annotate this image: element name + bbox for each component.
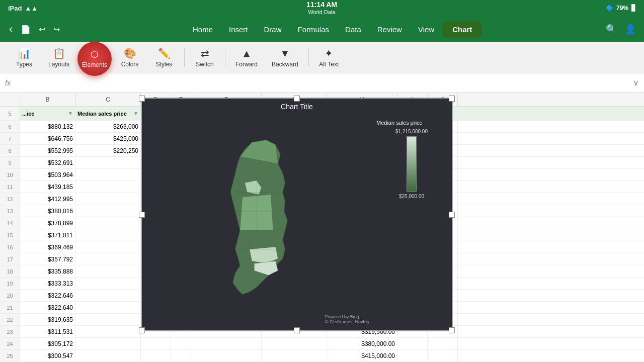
types-button[interactable]: 📊 Types <box>8 44 40 71</box>
cell-b19[interactable]: $333,313 <box>20 278 75 289</box>
search-button[interactable]: 🔍 <box>604 22 619 37</box>
cell-b11[interactable]: $439,185 <box>20 181 75 193</box>
cell-b7[interactable]: $646,756 <box>20 133 75 144</box>
tab-review[interactable]: Review <box>369 21 410 38</box>
formula-expand-button[interactable]: ∨ <box>633 78 639 87</box>
cell-c12[interactable] <box>75 193 141 205</box>
col-header-c: C <box>75 93 141 106</box>
row-num-18: 18 <box>0 265 20 277</box>
alt-text-button[interactable]: ✦ Alt Text <box>313 44 345 71</box>
cell-c9[interactable] <box>75 157 141 168</box>
cell-i25[interactable] <box>397 350 428 361</box>
cell-b5[interactable]: ...ice ▼ <box>20 107 75 120</box>
styles-button[interactable]: ✏️ Styles <box>148 44 180 71</box>
cell-b21[interactable]: $322,640 <box>20 302 75 313</box>
chart-handle-br[interactable] <box>449 327 455 333</box>
cell-g25[interactable] <box>262 350 327 361</box>
chart-handle-tr[interactable] <box>449 96 455 102</box>
cell-i24[interactable] <box>397 338 428 349</box>
alt-text-label: Alt Text <box>319 61 339 68</box>
chart-handle-bc[interactable] <box>294 327 300 333</box>
cell-c22[interactable] <box>75 314 141 325</box>
cell-c19[interactable] <box>75 278 141 289</box>
forward-button[interactable]: ▲ Forward <box>229 45 264 71</box>
colors-button[interactable]: 🎨 Colors <box>114 44 146 71</box>
chart-handle-tc[interactable] <box>294 96 300 102</box>
tab-view[interactable]: View <box>410 21 442 38</box>
undo-button[interactable]: ↩ <box>36 23 48 36</box>
cell-j25[interactable] <box>428 350 458 361</box>
cell-b6[interactable]: $880,132 <box>20 121 75 132</box>
cell-d24[interactable] <box>141 338 171 349</box>
tab-insert[interactable]: Insert <box>221 21 256 38</box>
cell-b20[interactable]: $322,646 <box>20 290 75 301</box>
redo-button[interactable]: ↪ <box>50 23 63 36</box>
cell-b13[interactable]: $380,016 <box>20 205 75 217</box>
cell-h24[interactable]: $380,000.00 <box>327 338 397 349</box>
cell-d25[interactable] <box>141 350 171 361</box>
tab-data[interactable]: Data <box>337 21 369 38</box>
cell-c5[interactable]: Median sales price ▼ <box>75 107 141 120</box>
file-button[interactable]: 📄 <box>18 23 34 36</box>
cell-c24[interactable] <box>75 338 141 349</box>
cell-c23[interactable] <box>75 326 141 337</box>
forward-label: Forward <box>235 61 258 68</box>
back-button[interactable]: ‹ <box>6 21 16 38</box>
cell-b12[interactable]: $412,995 <box>20 193 75 205</box>
cell-c15[interactable] <box>75 229 141 241</box>
cell-c8[interactable]: $220,250 <box>75 145 141 156</box>
cell-c14[interactable] <box>75 217 141 229</box>
cell-b24[interactable]: $305,172 <box>20 338 75 349</box>
cell-c20[interactable] <box>75 290 141 301</box>
cell-c18[interactable] <box>75 265 141 277</box>
cell-b15[interactable]: $371,011 <box>20 229 75 241</box>
cell-e24[interactable] <box>171 338 191 349</box>
tab-formulas[interactable]: Formulas <box>290 21 338 38</box>
chart-handle-tl[interactable] <box>139 96 145 102</box>
cell-c21[interactable] <box>75 302 141 313</box>
chart-overlay[interactable]: Chart Title <box>141 98 453 331</box>
cell-g24[interactable] <box>262 338 327 349</box>
cell-b10[interactable]: $503,964 <box>20 169 75 180</box>
cell-c16[interactable] <box>75 241 141 253</box>
tab-home[interactable]: Home <box>185 21 221 38</box>
cell-e25[interactable] <box>171 350 191 361</box>
account-button[interactable]: 👤 <box>623 22 638 37</box>
cell-b22[interactable]: $319,635 <box>20 314 75 325</box>
cell-b18[interactable]: $335,888 <box>20 265 75 277</box>
cell-c10[interactable] <box>75 169 141 180</box>
map-area: Powered by Bing © GeoNames, Navteq <box>142 115 371 326</box>
cell-f24[interactable] <box>191 338 262 349</box>
switch-button[interactable]: ⇄ Switch <box>189 44 221 71</box>
cell-b8[interactable]: $552,995 <box>20 145 75 156</box>
layouts-button[interactable]: 📋 Layouts <box>42 44 75 71</box>
cell-f25[interactable] <box>191 350 262 361</box>
tab-draw[interactable]: Draw <box>256 21 290 38</box>
device-name: iPad <box>8 5 22 12</box>
cell-b23[interactable]: $311,531 <box>20 326 75 337</box>
cell-c7[interactable]: $425,000 <box>75 133 141 144</box>
cell-b16[interactable]: $369,469 <box>20 241 75 253</box>
nav-buttons: ‹ 📄 ↩ ↪ <box>6 21 63 38</box>
cell-c25[interactable] <box>75 350 141 361</box>
row-num-11: 11 <box>0 181 20 193</box>
cell-c11[interactable] <box>75 181 141 193</box>
cell-c13[interactable] <box>75 205 141 217</box>
cell-c6[interactable]: $263,000 <box>75 121 141 132</box>
backward-button[interactable]: ▼ Backward <box>266 45 304 71</box>
cell-b17[interactable]: $357,792 <box>20 253 75 265</box>
cell-j24[interactable] <box>428 338 458 349</box>
row-num-24: 24 <box>0 338 20 349</box>
cell-c17[interactable] <box>75 253 141 265</box>
chart-handle-bl[interactable] <box>139 327 145 333</box>
cell-h25[interactable]: $415,000.00 <box>327 350 397 361</box>
elements-button[interactable]: ⬡ Elements <box>77 42 112 76</box>
legend-max: $1,215,000.00 <box>376 129 447 134</box>
cell-b25[interactable]: $300,547 <box>20 350 75 361</box>
formula-input[interactable] <box>15 79 629 87</box>
cell-b9[interactable]: $532,691 <box>20 157 75 168</box>
bing-credit: Powered by Bing © GeoNames, Navteq <box>325 314 369 324</box>
cell-b14[interactable]: $378,899 <box>20 217 75 229</box>
tab-chart[interactable]: Chart <box>442 21 482 38</box>
chart-content: Powered by Bing © GeoNames, Navteq Media… <box>142 115 452 326</box>
